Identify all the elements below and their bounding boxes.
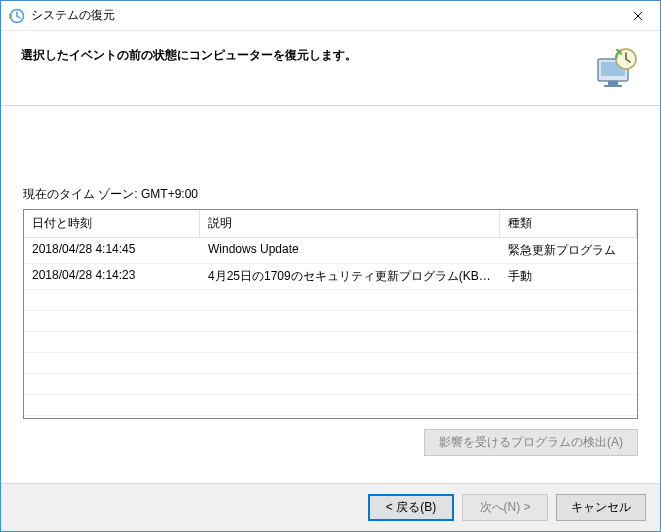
cell-date: 2018/04/28 4:14:23	[24, 264, 200, 289]
system-restore-icon	[9, 8, 25, 24]
cell-type: 緊急更新プログラム	[500, 238, 637, 263]
header-text: 選択したイベントの前の状態にコンピューターを復元します。	[21, 45, 580, 64]
empty-row	[24, 416, 637, 419]
list-body: 2018/04/28 4:14:45 Windows Update 緊急更新プロ…	[24, 238, 637, 419]
next-button: 次へ(N) >	[462, 494, 548, 521]
svg-rect-3	[608, 81, 618, 85]
close-button[interactable]	[615, 1, 660, 30]
body-area: 現在のタイム ゾーン: GMT+9:00 日付と時刻 説明 種類 2018/04…	[1, 106, 660, 483]
cell-desc: 4月25日の1709のセキュリティ更新プログラム(KB4093105)削...	[200, 264, 500, 289]
list-header: 日付と時刻 説明 種類	[24, 210, 637, 238]
restore-points-list: 日付と時刻 説明 種類 2018/04/28 4:14:45 Windows U…	[23, 209, 638, 419]
system-restore-window: システムの復元 選択したイベントの前の状態にコンピューターを復元します。 現在の…	[0, 0, 661, 532]
column-header-date[interactable]: 日付と時刻	[24, 210, 200, 237]
empty-row	[24, 374, 637, 395]
timezone-label: 現在のタイム ゾーン: GMT+9:00	[23, 186, 638, 203]
column-header-description[interactable]: 説明	[200, 210, 500, 237]
window-title: システムの復元	[31, 7, 615, 24]
table-row[interactable]: 2018/04/28 4:14:23 4月25日の1709のセキュリティ更新プロ…	[24, 264, 637, 290]
detect-affected-programs-button: 影響を受けるプログラムの検出(A)	[424, 429, 638, 456]
restore-icon	[592, 45, 640, 93]
cancel-button[interactable]: キャンセル	[556, 494, 646, 521]
cell-type: 手動	[500, 264, 637, 289]
detect-row: 影響を受けるプログラムの検出(A)	[23, 429, 638, 456]
table-row[interactable]: 2018/04/28 4:14:45 Windows Update 緊急更新プロ…	[24, 238, 637, 264]
svg-rect-4	[604, 85, 622, 87]
cell-desc: Windows Update	[200, 238, 500, 263]
cell-date: 2018/04/28 4:14:45	[24, 238, 200, 263]
empty-row	[24, 395, 637, 416]
column-header-type[interactable]: 種類	[500, 210, 637, 237]
titlebar: システムの復元	[1, 1, 660, 31]
footer: < 戻る(B) 次へ(N) > キャンセル	[1, 483, 660, 531]
empty-row	[24, 332, 637, 353]
empty-row	[24, 290, 637, 311]
header-area: 選択したイベントの前の状態にコンピューターを復元します。	[1, 31, 660, 106]
back-button[interactable]: < 戻る(B)	[368, 494, 454, 521]
empty-row	[24, 353, 637, 374]
empty-row	[24, 311, 637, 332]
